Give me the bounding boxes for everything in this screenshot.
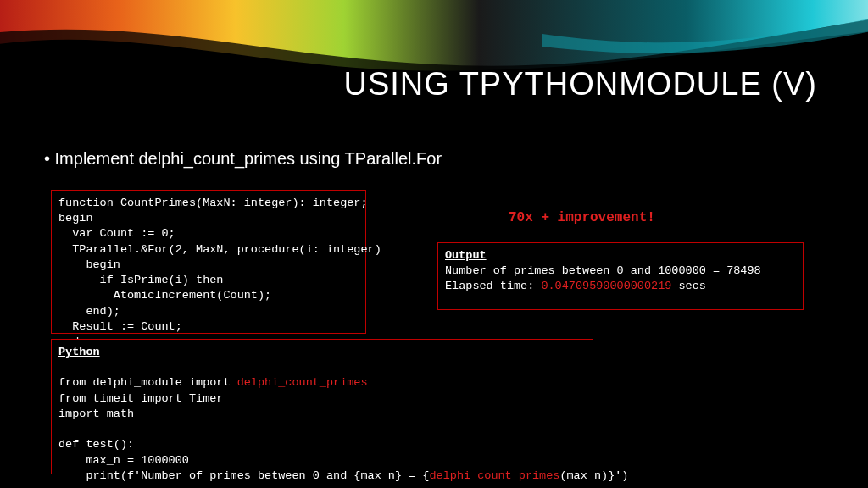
code-line: if IsPrime(i) then: [58, 274, 223, 286]
code-line: import math: [58, 408, 134, 420]
code-line: function CountPrimes(MaxN: integer): int…: [58, 197, 368, 209]
code-line: TParallel.&For(2, MaxN, procedure(i: int…: [58, 243, 381, 256]
code-line: AtomicIncrement(Count);: [58, 289, 271, 302]
python-label: Python: [58, 346, 100, 358]
code-line: max_n = 1000000: [58, 454, 189, 467]
code-line: Result := Count;: [58, 320, 182, 333]
python-code-box: Python from delphi_module import delphi_…: [51, 339, 593, 474]
code-line: from delphi_module import delphi_count_p…: [58, 376, 368, 389]
slide-title: USING TPYTHONMODULE (V): [343, 66, 817, 103]
bullet-text: Implement delphi_count_primes using TPar…: [44, 149, 442, 169]
output-line: Number of primes between 0 and 1000000 =…: [445, 264, 761, 277]
code-line: begin: [58, 212, 93, 225]
code-line: from timeit import Timer: [58, 392, 223, 405]
code-line: var Count := 0;: [58, 227, 175, 240]
code-line: begin: [58, 258, 120, 271]
output-label: Output: [445, 249, 487, 262]
output-line: Elapsed time: 0.04709590000000219 secs: [445, 280, 706, 292]
code-line: end);: [58, 305, 120, 318]
delphi-code-box: function CountPrimes(MaxN: integer): int…: [51, 190, 366, 334]
code-line: print(f'Number of primes between 0 and {…: [58, 469, 628, 482]
code-line: def test():: [58, 438, 134, 451]
output-box: Output Number of primes between 0 and 10…: [437, 242, 804, 310]
improvement-callout: 70x + improvement!: [509, 210, 655, 225]
